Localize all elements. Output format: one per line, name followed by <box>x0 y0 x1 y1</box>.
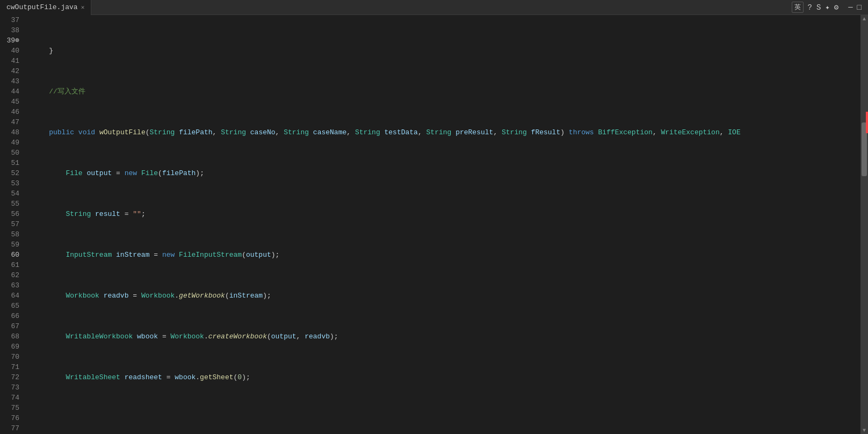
code-line-45: WritableSheet readsheet = wbook.getSheet… <box>32 372 860 382</box>
tab-close-button[interactable]: ✕ <box>81 4 85 11</box>
ln-66: 66 <box>0 311 24 321</box>
ln-38: 38 <box>0 25 24 35</box>
ln-63: 63 <box>0 280 24 291</box>
toolbar-icons: 英 ? S ✦ ⚙ ─ □ <box>792 2 869 13</box>
ln-46: 46 <box>0 107 24 117</box>
code-line-43: Workbook readvb = Workbook.getWorkbook(i… <box>32 291 860 301</box>
ln-42: 42 <box>0 66 24 76</box>
ln-62: 62 <box>0 270 24 280</box>
ln-67: 67 <box>0 321 24 331</box>
ln-41: 41 <box>0 56 24 66</box>
code-line-40: File output = new File(filePath); <box>32 168 860 178</box>
ln-37: 37 <box>0 15 24 25</box>
toolbar-star[interactable]: ✦ <box>825 3 829 12</box>
ln-57: 57 <box>0 219 24 229</box>
ln-75: 75 <box>0 403 24 413</box>
ln-70: 70 <box>0 352 24 362</box>
toolbar-settings[interactable]: ⚙ <box>834 3 838 12</box>
file-tab-name: cwOutputFile.java <box>6 3 78 11</box>
code-area: 37 38 39⊕ 40 41 42 43 44 45 46 47 48 49 … <box>0 15 868 434</box>
error-indicator <box>866 112 868 133</box>
ln-45: 45 <box>0 97 24 107</box>
scroll-up-arrow[interactable]: ▲ <box>860 15 868 23</box>
toolbar-maximize[interactable]: □ <box>857 3 862 12</box>
ln-59: 59 <box>0 240 24 250</box>
ln-52: 52 <box>0 168 24 178</box>
ln-72: 72 <box>0 372 24 382</box>
editor: cwOutputFile.java ✕ 英 ? S ✦ ⚙ ─ □ 37 38 … <box>0 0 868 434</box>
ln-58: 58 <box>0 229 24 240</box>
ln-56: 56 <box>0 209 24 219</box>
code-line-37: } <box>32 46 860 56</box>
ln-61: 61 <box>0 260 24 270</box>
ln-73: 73 <box>0 382 24 393</box>
ln-54: 54 <box>0 189 24 199</box>
ln-65: 65 <box>0 301 24 311</box>
ln-74: 74 <box>0 393 24 403</box>
code-line-46 <box>32 413 860 423</box>
ln-55: 55 <box>0 199 24 209</box>
ln-77: 77 <box>0 423 24 433</box>
ln-40: 40 <box>0 46 24 56</box>
code-editor[interactable]: } //写入文件 public void wOutputFile(String … <box>28 15 860 434</box>
file-tab[interactable]: cwOutputFile.java ✕ <box>0 0 91 15</box>
code-line-38: //写入文件 <box>32 86 860 97</box>
scroll-down-arrow[interactable]: ▼ <box>860 426 868 434</box>
ln-53: 53 <box>0 178 24 189</box>
ln-47: 47 <box>0 117 24 127</box>
code-line-41: String result = ""; <box>32 209 860 219</box>
ln-71: 71 <box>0 362 24 372</box>
toolbar-minimize[interactable]: ─ <box>848 3 852 12</box>
ln-44: 44 <box>0 86 24 97</box>
code-line-42: InputStream inStream = new FileInputStre… <box>32 250 860 260</box>
vertical-scrollbar[interactable]: ▲ ▼ <box>860 15 868 434</box>
ln-49: 49 <box>0 138 24 148</box>
tab-bar: cwOutputFile.java ✕ 英 ? S ✦ ⚙ ─ □ <box>0 0 868 15</box>
toolbar-s[interactable]: S <box>816 3 821 12</box>
toolbar-lang[interactable]: 英 <box>792 2 804 13</box>
line-numbers: 37 38 39⊕ 40 41 42 43 44 45 46 47 48 49 … <box>0 15 28 434</box>
ln-51: 51 <box>0 158 24 168</box>
code-line-44: WritableWorkbook wbook = Workbook.create… <box>32 331 860 342</box>
ln-64: 64 <box>0 291 24 301</box>
ln-48: 48 <box>0 127 24 138</box>
ln-60: 60 <box>0 250 24 260</box>
ln-39: 39⊕ <box>0 35 24 46</box>
toolbar-help[interactable]: ? <box>808 3 812 12</box>
ln-50: 50 <box>0 148 24 158</box>
ln-69: 69 <box>0 342 24 352</box>
code-line-39: public void wOutputFile(String filePath,… <box>32 127 860 138</box>
ln-76: 76 <box>0 413 24 423</box>
ln-43: 43 <box>0 76 24 86</box>
ln-68: 68 <box>0 331 24 342</box>
